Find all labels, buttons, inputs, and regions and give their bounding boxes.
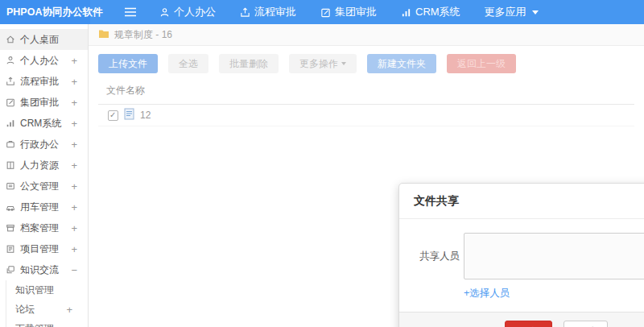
folder-icon (98, 29, 109, 41)
top-menu: 个人办公 流程审批 集团审批 CRM系统 更多应用 (159, 5, 563, 19)
knowledge-submenu: 知识管理 论坛 + 下载管理 (6, 280, 88, 327)
upload-icon (240, 7, 250, 18)
car-icon (6, 202, 15, 212)
collapse-icon[interactable]: − (71, 264, 77, 276)
sidebar-item-project-mgmt[interactable]: 项目管理 + (0, 238, 88, 259)
expand-icon[interactable]: + (71, 118, 77, 130)
expand-icon[interactable]: + (71, 76, 77, 88)
top-menu-more-apps[interactable]: 更多应用 (485, 5, 539, 19)
sidebar-subitem-forum[interactable]: 论坛 + (6, 300, 88, 319)
user-icon (6, 56, 15, 65)
expand-icon[interactable]: + (71, 243, 77, 255)
sidebar-item-vehicle-mgmt[interactable]: 用车管理 + (0, 197, 88, 217)
hamburger-menu-icon[interactable] (124, 7, 137, 17)
sidebar-nav: 个人桌面 个人办公 + 流程审批 + 集团审批 + (0, 24, 89, 327)
sidebar-item-personal-office[interactable]: 个人办公 + (0, 50, 88, 71)
book-icon (6, 160, 15, 170)
expand-icon[interactable]: + (71, 180, 77, 192)
briefcase-icon (6, 139, 15, 149)
sidebar-item-crm[interactable]: CRM系统 + (0, 113, 88, 134)
chart-icon (6, 118, 15, 128)
share-icon (6, 265, 15, 275)
top-menu-workflow-approval[interactable]: 流程审批 (240, 5, 296, 19)
breadcrumb-text: 规章制度 - 16 (114, 28, 172, 42)
expand-icon[interactable]: + (71, 222, 77, 234)
go-back-button[interactable]: 返回上一级 (447, 54, 516, 73)
share-people-textarea[interactable] (464, 233, 644, 279)
edit-icon (320, 7, 331, 18)
archive-icon (6, 223, 15, 233)
expand-icon[interactable]: + (71, 201, 77, 213)
upload-file-button[interactable]: 上传文件 (98, 54, 158, 73)
file-doc-icon (124, 108, 134, 123)
more-actions-button[interactable]: 更多操作 (289, 54, 357, 73)
top-header: PHPOA协同办公软件 个人办公 流程审批 集团审批 CRM系统 (0, 0, 644, 24)
select-all-button[interactable]: 全选 (168, 54, 208, 73)
cancel-button[interactable]: 取消 (564, 321, 608, 327)
save-button[interactable]: 保存 (505, 321, 552, 327)
expand-icon[interactable]: + (66, 304, 72, 316)
file-share-modal: 文件共享 共享人员 +选择人员 保存 取消 (398, 183, 644, 327)
top-menu-personal-office[interactable]: 个人办公 (159, 5, 216, 19)
caret-down-icon (532, 10, 539, 14)
sidebar-item-group-approval[interactable]: 集团审批 + (0, 92, 88, 113)
sidebar-item-document-mgmt[interactable]: 公文管理 + (0, 176, 88, 197)
file-list-header: 文件名称 (98, 84, 634, 105)
caret-down-icon (341, 62, 346, 65)
user-icon (159, 7, 170, 18)
share-people-label: 共享人员 (419, 250, 456, 263)
expand-icon[interactable]: + (71, 159, 77, 172)
file-name: 12 (140, 110, 151, 121)
modal-title: 文件共享 (399, 184, 644, 219)
file-row[interactable]: 12 (98, 105, 634, 126)
new-folder-button[interactable]: 新建文件夹 (367, 54, 436, 73)
toolbar: 上传文件 全选 批量删除 更多操作 新建文件夹 返回上一级 (89, 46, 644, 73)
chart-icon (401, 7, 411, 18)
modal-footer: 保存 取消 (399, 312, 644, 327)
edit-icon (6, 97, 15, 107)
top-menu-group-approval[interactable]: 集团审批 (320, 5, 377, 19)
batch-delete-button[interactable]: 批量删除 (219, 54, 279, 73)
sidebar-item-knowledge-exchange[interactable]: 知识交流 − (0, 259, 88, 280)
expand-icon[interactable]: + (71, 139, 77, 151)
sidebar-subitem-download-mgmt[interactable]: 下载管理 (6, 319, 88, 327)
home-icon (6, 35, 15, 44)
expand-icon[interactable]: + (71, 55, 77, 67)
sidebar-subitem-knowledge-mgmt[interactable]: 知识管理 (6, 280, 88, 300)
sidebar-item-workflow-approval[interactable]: 流程审批 + (0, 71, 88, 92)
breadcrumb: 规章制度 - 16 (89, 24, 644, 46)
app-logo: PHPOA协同办公软件 (0, 0, 90, 24)
sidebar-item-desktop[interactable]: 个人桌面 (0, 29, 88, 50)
board-icon (6, 244, 15, 254)
sidebar-item-archive-mgmt[interactable]: 档案管理 + (0, 217, 88, 238)
modal-body: 共享人员 +选择人员 (399, 219, 644, 300)
select-people-link[interactable]: +选择人员 (464, 287, 644, 300)
top-menu-crm[interactable]: CRM系统 (401, 5, 460, 19)
upload-icon (6, 77, 15, 86)
sidebar-item-admin-office[interactable]: 行政办公 + (0, 134, 88, 155)
sidebar-item-hr[interactable]: 人力资源 + (0, 155, 88, 176)
expand-icon[interactable]: + (71, 97, 77, 109)
row-checkbox[interactable] (108, 110, 118, 121)
document-icon (6, 181, 15, 191)
